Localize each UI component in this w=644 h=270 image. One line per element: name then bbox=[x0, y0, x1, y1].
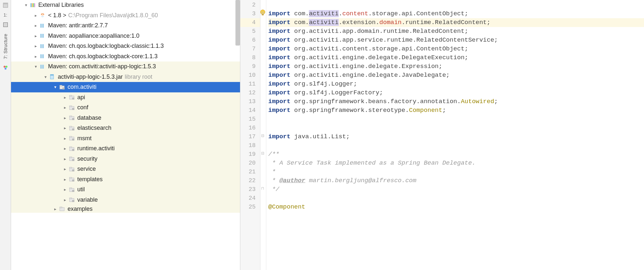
line-number[interactable]: 3 bbox=[240, 9, 260, 18]
code-line[interactable]: @Component bbox=[268, 203, 644, 211]
tree-node-package[interactable]: ▸templates bbox=[11, 174, 240, 185]
line-number[interactable]: 12 bbox=[240, 88, 260, 97]
tree-node-package[interactable]: ▸api bbox=[11, 92, 240, 103]
tree-node-package[interactable]: ▸elasticsearch bbox=[11, 123, 240, 133]
chevron-right-icon[interactable]: ▸ bbox=[62, 136, 68, 141]
chevron-right-icon[interactable]: ▸ bbox=[62, 146, 68, 151]
code-line[interactable]: import com.activiti.content.storage.api.… bbox=[268, 9, 644, 18]
chevron-right-icon[interactable]: ▸ bbox=[62, 187, 68, 192]
chevron-right-icon[interactable]: ▸ bbox=[62, 105, 68, 110]
chevron-right-icon[interactable]: ▸ bbox=[32, 23, 39, 28]
fold-start-icon[interactable]: ⊟ bbox=[261, 11, 264, 15]
code-line[interactable]: import org.springframework.beans.factory… bbox=[268, 97, 644, 106]
chevron-right-icon[interactable]: ▸ bbox=[52, 207, 58, 211]
project-toolwin-label[interactable]: 1: bbox=[4, 12, 7, 18]
project-toolwin-icon[interactable] bbox=[3, 3, 8, 8]
tree-node-library[interactable]: ▸Maven: ch.qos.logback:logback-core:1.1.… bbox=[11, 51, 240, 62]
tree-node-package[interactable]: ▸security bbox=[11, 154, 240, 164]
line-number[interactable]: 24 bbox=[240, 194, 260, 203]
code-line[interactable]: import com.activiti.extension.domain.run… bbox=[268, 18, 644, 27]
code-line[interactable]: import org.activiti.engine.delegate.Dele… bbox=[268, 53, 644, 62]
chevron-down-icon[interactable]: ▾ bbox=[23, 3, 29, 7]
line-number[interactable]: 11 bbox=[240, 80, 260, 88]
code-line[interactable] bbox=[268, 1, 644, 9]
tree-node-package[interactable]: ▸service bbox=[11, 164, 240, 174]
chevron-right-icon[interactable]: ▸ bbox=[62, 156, 68, 161]
line-number[interactable]: 21 bbox=[240, 168, 260, 176]
favorites-toolwin-icon[interactable] bbox=[3, 22, 8, 27]
code-line[interactable]: import org.springframework.stereotype.Co… bbox=[268, 106, 644, 115]
chevron-right-icon[interactable]: ▸ bbox=[62, 167, 68, 171]
editor-gutter[interactable]: 2345678910111213141516171819202122232425 bbox=[240, 0, 260, 270]
line-number[interactable]: 19 bbox=[240, 150, 260, 159]
line-number[interactable]: 7 bbox=[240, 45, 260, 53]
tree-node-library[interactable]: ▸Maven: ch.qos.logback:logback-classic:1… bbox=[11, 41, 240, 51]
tree-node-package[interactable]: ▸database bbox=[11, 113, 240, 123]
fold-end-icon[interactable]: ⊓ bbox=[261, 186, 264, 191]
line-number[interactable]: 5 bbox=[240, 27, 260, 36]
code-line[interactable]: import org.activiti.app.domain.runtime.R… bbox=[268, 27, 644, 36]
tree-node-jdk[interactable]: ▸ < 1.8 > C:\Program Files\Java\jdk1.8.0… bbox=[11, 10, 240, 21]
code-line[interactable]: import org.activiti.engine.delegate.Java… bbox=[268, 71, 644, 80]
code-line[interactable]: import org.slf4j.Logger; bbox=[268, 80, 644, 88]
fold-strip[interactable]: ⊟ ⊟ ⊟ ⊓ bbox=[260, 0, 266, 270]
tree-node-library[interactable]: ▾Maven: com.activiti:activiti-app-logic:… bbox=[11, 61, 240, 72]
line-number[interactable]: 2 bbox=[240, 1, 260, 9]
tree-node-package[interactable]: ▸runtime.activiti bbox=[11, 143, 240, 154]
tree-node-package[interactable]: ▸util bbox=[11, 184, 240, 195]
tree-node-package[interactable]: ▸variable bbox=[11, 195, 240, 205]
chevron-right-icon[interactable]: ▸ bbox=[32, 44, 39, 48]
tree-node-package[interactable]: ▸msmt bbox=[11, 133, 240, 144]
chevron-down-icon[interactable]: ▾ bbox=[32, 64, 39, 69]
chevron-right-icon[interactable]: ▸ bbox=[62, 115, 68, 120]
code-line[interactable]: import org.activiti.content.storage.api.… bbox=[268, 45, 644, 53]
line-number[interactable]: 6 bbox=[240, 36, 260, 45]
chevron-right-icon[interactable]: ▸ bbox=[62, 95, 68, 100]
chevron-down-icon[interactable]: ▾ bbox=[52, 85, 58, 89]
code-line[interactable]: import org.activiti.engine.delegate.Expr… bbox=[268, 62, 644, 71]
code-line[interactable]: */ bbox=[268, 185, 644, 194]
code-line[interactable] bbox=[268, 141, 644, 150]
fold-start-icon[interactable]: ⊟ bbox=[261, 133, 264, 138]
line-number[interactable]: 14 bbox=[240, 106, 260, 115]
code-line[interactable]: import org.activiti.app.service.runtime.… bbox=[268, 36, 644, 45]
tree-node-examples[interactable]: ▸ examples bbox=[11, 205, 240, 213]
tree-node-jar[interactable]: ▾ activiti-app-logic-1.5.3.jar library r… bbox=[11, 72, 240, 82]
code-editor[interactable]: import com.activiti.content.storage.api.… bbox=[266, 0, 644, 270]
code-line[interactable]: * @author martin.bergljung@alfresco.com bbox=[268, 176, 644, 185]
fold-start-icon[interactable]: ⊟ bbox=[261, 151, 264, 155]
code-line[interactable]: * bbox=[268, 168, 644, 176]
code-line[interactable] bbox=[268, 115, 644, 124]
line-number[interactable]: 18 bbox=[240, 141, 260, 150]
code-line[interactable] bbox=[268, 124, 644, 132]
line-number[interactable]: 13 bbox=[240, 97, 260, 106]
chevron-down-icon[interactable]: ▾ bbox=[42, 74, 49, 79]
chevron-right-icon[interactable]: ▸ bbox=[32, 54, 39, 59]
line-number[interactable]: 10 bbox=[240, 71, 260, 80]
code-line[interactable]: import org.slf4j.LoggerFactory; bbox=[268, 88, 644, 97]
code-line[interactable]: /** bbox=[268, 150, 644, 159]
line-number[interactable]: 15 bbox=[240, 115, 260, 124]
tree-node-package[interactable]: ▸conf bbox=[11, 102, 240, 113]
line-number[interactable]: 22 bbox=[240, 176, 260, 185]
tree-scrollbar[interactable] bbox=[235, 0, 240, 46]
line-number[interactable]: 17 bbox=[240, 132, 260, 141]
line-number[interactable]: 4 bbox=[240, 18, 260, 27]
chevron-right-icon[interactable]: ▸ bbox=[62, 177, 68, 182]
chevron-right-icon[interactable]: ▸ bbox=[62, 126, 68, 130]
tree-node-library[interactable]: ▸Maven: aopalliance:aopalliance:1.0 bbox=[11, 31, 240, 41]
chevron-right-icon[interactable]: ▸ bbox=[32, 13, 39, 18]
project-tree[interactable]: ▾ External Libraries ▸ < 1.8 > C:\Progra… bbox=[11, 0, 240, 270]
chevron-right-icon[interactable]: ▸ bbox=[62, 197, 68, 202]
structure-toolwin-icon[interactable] bbox=[3, 65, 8, 70]
tree-node-selected-package[interactable]: ▾ com.activiti bbox=[11, 82, 240, 92]
line-number[interactable]: 25 bbox=[240, 203, 260, 211]
tree-node-external-libraries[interactable]: ▾ External Libraries bbox=[11, 0, 240, 10]
line-number[interactable]: 23 bbox=[240, 185, 260, 194]
code-line[interactable] bbox=[268, 194, 644, 203]
line-number[interactable]: 8 bbox=[240, 53, 260, 62]
tree-node-library[interactable]: ▸Maven: antlr:antlr:2.7.7 bbox=[11, 20, 240, 31]
code-line[interactable]: * A Service Task implemented as a Spring… bbox=[268, 159, 644, 168]
code-line[interactable]: import java.util.List; bbox=[268, 132, 644, 141]
line-number[interactable]: 16 bbox=[240, 124, 260, 132]
